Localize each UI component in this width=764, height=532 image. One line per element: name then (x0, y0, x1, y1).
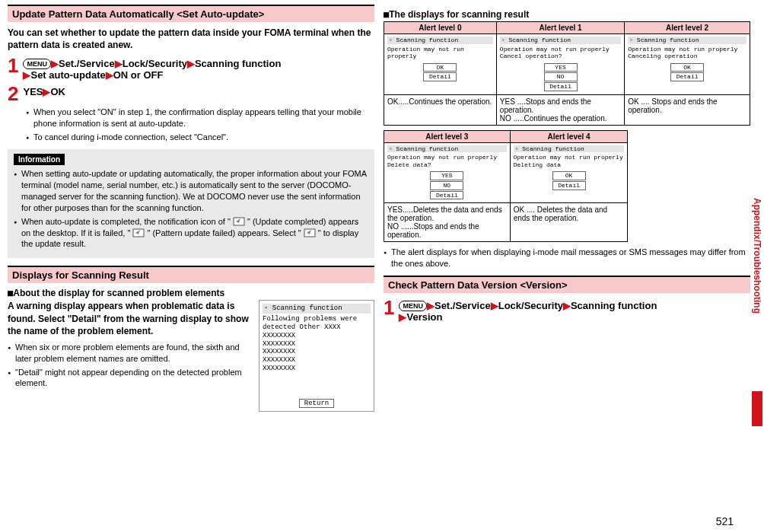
no-button: NO (544, 72, 578, 81)
desc-alert-3: YES.....Deletes the data and ends the op… (384, 203, 511, 242)
shot-x-4: XXXXXXXX (263, 356, 371, 365)
nav-version: Version (406, 311, 442, 323)
nav-lock-security-2: Lock/Security (498, 300, 563, 311)
menu-icon: MENU (399, 301, 427, 311)
menu-icon: MENU (23, 59, 51, 69)
page-number: 521 (716, 515, 734, 527)
warning-display-desc: A warning display appears when problemat… (8, 300, 254, 337)
triangle-icon: ▶ (115, 58, 123, 69)
nav-lock-security: Lock/Security (123, 58, 187, 69)
shot-line-1: Following problems were (263, 315, 371, 323)
update-failed-icon (132, 228, 145, 237)
alert-levels-table-2: Alert level 3 Alert level 4 ▫ Scanning f… (384, 130, 628, 243)
screenshot-alert-3: ▫ Scanning function Operation may not ru… (387, 145, 507, 200)
detail-button: Detail (423, 72, 457, 81)
update-completed-icon (233, 217, 245, 226)
return-button: Return (299, 399, 334, 409)
information-box: Information When setting auto-update or … (8, 149, 374, 258)
step-1: 1 MENU▶Set./Service▶Lock/Security▶Scanni… (8, 56, 374, 81)
nav-scanning-function: Scanning function (195, 58, 281, 69)
triangle-icon: ▶ (399, 311, 406, 323)
heading-check-pattern-version: Check Pattern Data Version <Version> (384, 276, 750, 293)
screenshot-problem-elements: ▫ Scanning function Following problems w… (259, 300, 374, 412)
update-select-icon (304, 228, 316, 237)
th-alert-2: Alert level 2 (625, 22, 750, 34)
desc-alert-1: YES ....Stops and ends the operation.NO … (496, 94, 624, 125)
detail-button: Detail (670, 72, 704, 81)
screenshot-alert-0: ▫ Scanning function Operation may not ru… (387, 37, 493, 81)
detail-button: Detail (552, 181, 586, 190)
no-button: NO (430, 181, 463, 190)
nav-on-off: ON or OFF (113, 69, 164, 81)
step2-yes: YES (23, 86, 43, 97)
screenshot-alert-1: ▫ Scanning function Operation may not ru… (500, 37, 621, 91)
triangle-icon: ▶ (23, 69, 30, 81)
alert-levels-table-1: Alert level 0 Alert level 1 Alert level … (384, 21, 750, 126)
step2-notes: When you select "ON" in step 1, the conf… (26, 107, 374, 143)
desc-alert-0: OK.....Continues the operation. (384, 94, 497, 125)
th-alert-1: Alert level 1 (496, 22, 624, 34)
screenshot-alert-2: ▫ Scanning function Operation may not ru… (628, 37, 746, 81)
triangle-icon: ▶ (106, 69, 113, 81)
ok-button: OK (552, 171, 586, 180)
th-alert-3: Alert level 3 (384, 130, 511, 142)
step-2: 2 YES▶OK (8, 84, 374, 104)
th-alert-4: Alert level 4 (510, 130, 628, 142)
yes-button: YES (430, 171, 463, 180)
step-version-1: 1 MENU▶Set./Service▶Lock/Security▶Scanni… (384, 298, 750, 323)
shot-x-5: XXXXXXXX (263, 365, 371, 373)
shot-line-2: detected Other XXXX (263, 323, 371, 332)
subhead-displays-scanning-result: ■The displays for scanning result (384, 9, 750, 20)
info-item-1: When setting auto-update or updating aut… (14, 168, 368, 213)
nav-set-service-2: Set./Service (435, 300, 491, 311)
intro-auto-update: You can set whether to update the patter… (8, 27, 374, 51)
side-tab: Appendix/Troubleshooting (750, 152, 762, 426)
shot-x-2: XXXXXXXX (263, 340, 371, 349)
desc-alert-4: OK .... Deletes the data and ends the op… (510, 203, 628, 242)
step-number-1-version: 1 (384, 298, 394, 317)
alert-note: The alert displays for when displaying i… (384, 247, 750, 269)
shot-x-3: XXXXXXXX (263, 348, 371, 356)
shot-title: ▫ Scanning function (263, 304, 371, 314)
step2-ok: OK (50, 86, 65, 97)
step2-note-2: To cancel during i-mode connection, sele… (26, 132, 374, 143)
triangle-icon: ▶ (563, 300, 571, 311)
step-number-2: 2 (8, 84, 18, 104)
screenshot-alert-4: ▫ Scanning function Operation may not ru… (514, 145, 625, 190)
triangle-icon: ▶ (43, 86, 50, 97)
triangle-icon: ▶ (427, 300, 435, 311)
desc-bullet-1: When six or more problem elements are fo… (8, 342, 254, 365)
heading-set-auto-update: Update Pattern Data Automatically <Set A… (8, 5, 374, 22)
ok-button: OK (670, 63, 704, 72)
desc-alert-2: OK .... Stops and ends the operation. (625, 94, 750, 125)
side-tab-label: Appendix/Troubleshooting (752, 198, 762, 314)
nav-set-service: Set./Service (59, 58, 115, 69)
desc-bullet-2: "Detail" might not appear depending on t… (8, 367, 254, 390)
detail-button: Detail (544, 82, 578, 91)
th-alert-0: Alert level 0 (384, 22, 497, 34)
yes-button: YES (544, 63, 578, 72)
step2-note-1: When you select "ON" in step 1, the conf… (26, 107, 374, 129)
nav-set-auto-update: Set auto-update (30, 69, 105, 81)
step-number-1: 1 (8, 56, 18, 75)
side-tab-marker (752, 391, 762, 426)
information-label: Information (14, 154, 65, 166)
info-item-2: When auto-update is completed, the notif… (14, 216, 368, 250)
triangle-icon: ▶ (491, 300, 498, 311)
subhead-about-display: ■About the display for scanned problem e… (8, 288, 374, 298)
triangle-icon: ▶ (187, 58, 195, 69)
heading-displays-scanning-result: Displays for Scanning Result (8, 266, 374, 283)
shot-x-1: XXXXXXXX (263, 332, 371, 340)
triangle-icon: ▶ (51, 58, 59, 69)
detail-button: Detail (430, 191, 463, 200)
nav-scanning-function-2: Scanning function (571, 300, 657, 311)
ok-button: OK (423, 63, 457, 72)
